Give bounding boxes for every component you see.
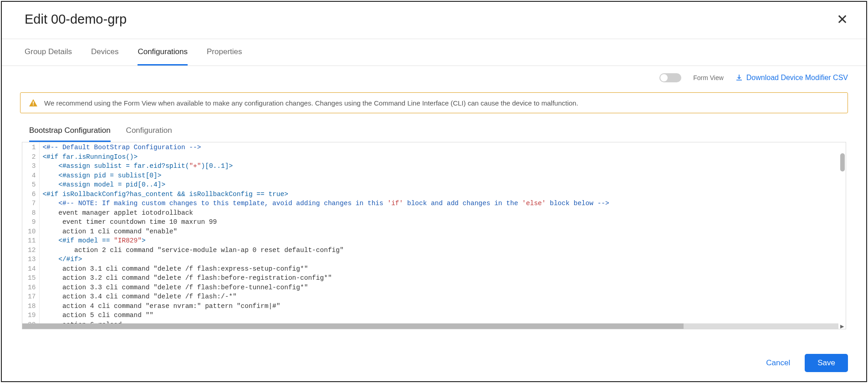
line-number-gutter: 1234567891011121314151617181920 bbox=[22, 142, 40, 329]
tab-configurations[interactable]: Configurations bbox=[138, 39, 188, 66]
scroll-right-arrow-icon[interactable]: ▶ bbox=[838, 323, 846, 329]
subtab-configuration[interactable]: Configuration bbox=[126, 121, 172, 142]
warning-banner: We recommend using the Form View when av… bbox=[20, 92, 848, 113]
line-number: 5 bbox=[28, 180, 36, 190]
line-number: 7 bbox=[28, 199, 36, 208]
line-number: 14 bbox=[28, 264, 36, 274]
form-view-toggle[interactable] bbox=[659, 73, 681, 82]
line-number: 6 bbox=[28, 190, 36, 199]
code-line[interactable]: event timer countdown time 10 maxrun 99 bbox=[42, 217, 843, 227]
code-line[interactable]: action 3.1 cli command "delete /f flash:… bbox=[42, 264, 843, 274]
top-tabs: Group Details Devices Configurations Pro… bbox=[2, 39, 866, 66]
code-line[interactable]: action 3.4 cli command "delete /f flash:… bbox=[42, 292, 843, 302]
code-line[interactable]: <#-- Default BootStrap Configuration --> bbox=[42, 143, 843, 152]
tab-devices[interactable]: Devices bbox=[91, 39, 118, 66]
line-number: 17 bbox=[28, 292, 36, 302]
line-number: 18 bbox=[28, 302, 36, 311]
modal-frame: Edit 00-demo-grp ✕ Group Details Devices… bbox=[1, 1, 867, 382]
code-line[interactable]: <#if isRollbackConfig?has_content && isR… bbox=[42, 190, 843, 199]
code-line[interactable]: action 1 cli command "enable" bbox=[42, 227, 843, 237]
line-number: 1 bbox=[28, 143, 36, 152]
footer: Cancel Save bbox=[2, 345, 866, 381]
line-number: 3 bbox=[28, 161, 36, 171]
line-number: 19 bbox=[28, 311, 36, 320]
form-view-label: Form View bbox=[693, 74, 724, 81]
toolbar: Form View Download Device Modifier CSV bbox=[2, 66, 866, 82]
line-number: 4 bbox=[28, 171, 36, 181]
sub-tabs: Bootstrap Configuration Configuration bbox=[20, 121, 848, 142]
close-icon[interactable]: ✕ bbox=[837, 13, 848, 26]
line-number: 11 bbox=[28, 236, 36, 246]
code-body[interactable]: <#-- Default BootStrap Configuration -->… bbox=[40, 142, 846, 329]
line-number: 10 bbox=[28, 227, 36, 237]
code-line[interactable]: action 4 cli command "erase nvram:" patt… bbox=[42, 302, 843, 311]
page-title: Edit 00-demo-grp bbox=[25, 12, 127, 27]
download-icon bbox=[735, 74, 743, 81]
svg-rect-0 bbox=[33, 101, 34, 104]
line-number: 8 bbox=[28, 208, 36, 218]
line-number: 15 bbox=[28, 273, 36, 283]
warning-text: We recommend using the Form View when av… bbox=[44, 99, 578, 107]
code-line[interactable]: <#assign model = pid[0..4]> bbox=[42, 180, 843, 190]
code-line[interactable]: <#assign sublist = far.eid?split("+")[0.… bbox=[42, 161, 843, 171]
horizontal-scrollbar-thumb[interactable] bbox=[22, 323, 684, 329]
code-line[interactable]: <#assign pid = sublist[0]> bbox=[42, 171, 843, 181]
code-editor[interactable]: 1234567891011121314151617181920 <#-- Def… bbox=[22, 142, 846, 329]
tab-group-details[interactable]: Group Details bbox=[25, 39, 72, 66]
line-number: 13 bbox=[28, 255, 36, 264]
code-line[interactable]: event manager applet iotodrollback bbox=[42, 208, 843, 218]
tab-properties[interactable]: Properties bbox=[207, 39, 242, 66]
download-csv-link[interactable]: Download Device Modifier CSV bbox=[735, 74, 848, 82]
content-area: We recommend using the Form View when av… bbox=[2, 82, 866, 329]
cancel-button[interactable]: Cancel bbox=[766, 358, 790, 368]
svg-rect-1 bbox=[33, 105, 34, 106]
code-line[interactable]: action 3.2 cli command "delete /f flash:… bbox=[42, 273, 843, 283]
code-line[interactable]: action 2 cli command "service-module wla… bbox=[42, 246, 843, 255]
modal-header: Edit 00-demo-grp ✕ bbox=[2, 2, 866, 39]
warning-icon bbox=[29, 98, 38, 107]
code-line[interactable]: action 3.3 cli command "delete /f flash:… bbox=[42, 283, 843, 292]
code-line[interactable]: action 5 cli command "" bbox=[42, 311, 843, 320]
code-line[interactable]: </#if> bbox=[42, 255, 843, 264]
line-number: 9 bbox=[28, 217, 36, 227]
code-line[interactable]: <#if model == "IR829"> bbox=[42, 236, 843, 246]
line-number: 12 bbox=[28, 246, 36, 255]
subtab-bootstrap-configuration[interactable]: Bootstrap Configuration bbox=[29, 121, 111, 142]
download-csv-label: Download Device Modifier CSV bbox=[746, 74, 848, 82]
save-button[interactable]: Save bbox=[805, 354, 848, 372]
code-line[interactable]: <#-- NOTE: If making custom changes to t… bbox=[42, 199, 843, 208]
toggle-knob bbox=[660, 74, 668, 81]
horizontal-scrollbar[interactable] bbox=[22, 323, 838, 329]
vertical-scrollbar-thumb[interactable] bbox=[840, 153, 845, 171]
code-line[interactable]: <#if far.isRunningIos()> bbox=[42, 152, 843, 162]
line-number: 16 bbox=[28, 283, 36, 292]
line-number: 2 bbox=[28, 152, 36, 162]
